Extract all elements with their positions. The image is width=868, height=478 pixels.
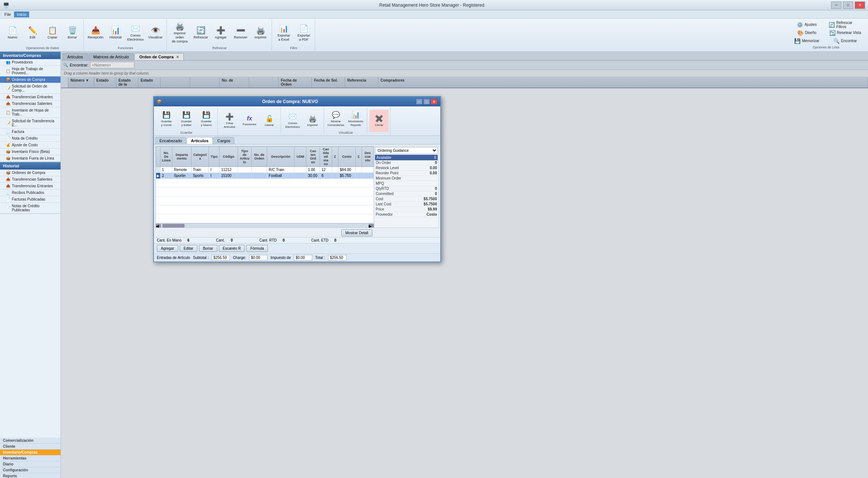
modal-tab-cargos[interactable]: Cargos [213,137,234,144]
th-no-orden-col[interactable]: No. deOrden [251,147,267,167]
nuevo-button[interactable]: 📄 Nuevo [3,20,22,45]
agregar-button[interactable]: ➕ Agregar [211,20,230,45]
sidebar-item-sol-trans[interactable]: 📝 Solicitud de Transferencia E... [0,118,61,129]
sidebar-item-ordenes-compra[interactable]: 📦 Ordenes de Compra [0,76,61,83]
sidebar-item-hist-notas[interactable]: 📄 Notas de Crédito Publicadas [0,203,61,214]
correo-modal-button[interactable]: ✉️ CorreoElectrónico [283,110,302,132]
modal-minimize-btn[interactable]: ─ [416,99,423,105]
imprimir-orden-button[interactable]: 🖨️ Imprimir ordende compra [169,20,190,45]
crear-articulos-button[interactable]: ➕ CrearArtículos [220,110,239,132]
sidebar-item-nota-credito[interactable]: 📄 Nota de Crédito [0,135,61,142]
edit-button[interactable]: ✏️ Edit [23,20,42,45]
modal-table-scroll[interactable]: No.DeLinea Departamento Categoría Tipo C… [156,146,374,228]
th-can-ord[interactable]: CantenOrden [306,147,320,167]
exportar-pdf-button[interactable]: 📄 Exportara PDF [294,20,313,45]
resetear-vista-button[interactable]: ↩️ Resetear Vista [827,29,864,37]
borrar-button[interactable]: 🗑️ Borrar [63,20,82,45]
table-row[interactable]: ▶ 2 Sportin Sports I 15100 Football [156,173,374,179]
recepcion-button[interactable]: 📥 Recepción [86,20,105,45]
imprimir-button[interactable]: 🖨️ Imprimir [251,20,270,45]
maximize-button[interactable]: □ [843,1,853,9]
th-departamento[interactable]: Departamento [172,147,191,167]
memorizar-button[interactable]: 💾 Memorizar [788,37,825,45]
scrollbar-thumb[interactable] [162,224,185,228]
cat-diario[interactable]: Diario [0,461,61,467]
guardar-editar-button[interactable]: 💾 Guardary Editar [177,108,196,130]
sidebar-item-factura[interactable]: 🧾 Factura [0,129,61,135]
window-controls[interactable]: ─ □ ✕ [831,1,865,9]
diseno-button[interactable]: 🎨 Diseño [788,29,825,37]
sidebar-item-inv-fuera[interactable]: 📦 Inventario Fuera de Línea [0,155,61,162]
th-descripcion[interactable]: Descripción [267,147,294,167]
scroll-right-btn[interactable]: ▶ [369,224,374,228]
th-udm[interactable]: UDM [294,147,306,167]
guardar-nuevo-button[interactable]: 💾 Guardary Nuevo [197,108,216,130]
sidebar-section-header-inventario[interactable]: Inventario/Compras [0,52,61,59]
th-costo[interactable]: Costo [338,147,355,167]
th-codigo[interactable]: Código [220,147,238,167]
copiar-button[interactable]: 📋 Copiar [43,20,62,45]
refrescar-filtros-button[interactable]: 🔄 Refrescar Filtros [827,21,864,28]
sidebar-item-inv-hojas[interactable]: 📋 Inventario de Hojas de Trab... [0,107,61,118]
remover-button[interactable]: ➖ Remover [231,20,250,45]
sidebar-item-hist-ordenes[interactable]: 📦 Ordenes de Compra [0,170,61,176]
th-tipo[interactable]: Tipo [209,147,220,167]
cat-configuracion[interactable]: Configuración [0,467,61,473]
horizontal-scrollbar[interactable]: ◀ ▶ [156,223,374,228]
minimize-button[interactable]: ─ [831,1,841,9]
sidebar-item-trans-entrantes[interactable]: 📥 Transferencias Entrantes [0,94,61,100]
table-row[interactable]: 1 Remote Train I 11212 R/C Train 1. [156,167,374,173]
funciones-modal-button[interactable]: fx Funciones [240,110,259,132]
modal-tab-articulos[interactable]: Artículos [187,137,213,144]
th-can-mano[interactable]: Cantidaedmano [320,147,332,167]
ajustes-button[interactable]: ⚙️ Ajustes [788,21,825,28]
sidebar-historial-header[interactable]: Historial [0,162,61,170]
th-descuento[interactable]: Descuento [362,147,373,167]
close-button[interactable]: ✕ [855,1,865,9]
th-tipo-art[interactable]: TipodeArtículo [238,147,251,167]
th-sigma2[interactable]: Σ [355,147,362,167]
modal-close-btn[interactable]: ✕ [431,99,437,105]
mostrar-detall-button[interactable]: Mostrar Detall [341,229,372,236]
sidebar-item-hist-trans-sal[interactable]: 📤 Transferencias Salientes [0,176,61,183]
menu-file[interactable]: File [1,11,14,17]
sidebar-item-trans-salientes[interactable]: 📤 Transferencias Salientes [0,100,61,107]
movimiento-reporte-button[interactable]: 📊 MovimientoReporte [346,108,365,130]
agregar-item-button[interactable]: Agregar [157,245,178,252]
menu-inicio[interactable]: Inicio [14,11,30,17]
scroll-left-btn[interactable]: ◀ [156,224,161,228]
formula-button[interactable]: Fórmula [246,245,268,252]
sidebar-item-hist-recibos[interactable]: 🧾 Recibos Publicados [0,190,61,196]
ordering-dropdown[interactable]: Ordering Guidance [375,147,438,154]
visualizar-button[interactable]: 👁️ Visualizar [146,20,165,45]
cerrar-modal-button[interactable]: ✖️ Cerrar [369,110,389,132]
sidebar-item-inv-fisico[interactable]: 📦 Inventario Físico (Beta) [0,148,61,155]
historial-button[interactable]: 📊 Historial [106,20,125,45]
th-sigma1[interactable]: Σ [332,147,338,167]
th-categoria[interactable]: Categoría [191,147,209,167]
escaneo-button[interactable]: Escanéo R [219,245,245,252]
modal-controls[interactable]: ─ □ ✕ [416,99,437,105]
liberar-button[interactable]: 🔓 Liberar [260,110,279,132]
sidebar-item-hist-facturas[interactable]: 📄 Facturas Publicadas [0,196,61,203]
sidebar-item-hoja-trabajo[interactable]: 📋 Hoja de Trabajo de Proveed... [0,66,61,76]
correo-button[interactable]: ✉️ CorreoElectrónico [126,20,145,45]
refrescar-button[interactable]: 🔄 Refrescar [191,20,210,45]
cat-comercializacion[interactable]: Comercialización [0,438,61,444]
cat-herramientas[interactable]: Herramientas [0,455,61,461]
borrar-item-button[interactable]: Borrar [199,245,217,252]
sidebar-item-ajuste-costo[interactable]: 💰 Ajuste de Costo [0,142,61,148]
mostrar-comentarios-button[interactable]: 💬 MostrarComentarios [326,108,345,130]
encontrar-button[interactable]: 🔍 Encontrar [827,37,864,45]
editar-item-button[interactable]: Editar [180,245,197,252]
cat-reports[interactable]: Reports [0,473,61,478]
sidebar-item-proveedores[interactable]: 👥 Proveedores [0,59,61,66]
cat-inventario-compras[interactable]: Inventario/Compras [0,450,61,455]
cat-cliente[interactable]: Cliente [0,444,61,450]
modal-tab-encabezado[interactable]: Encabezado [155,137,186,144]
exportar-excel-button[interactable]: 📊 Exportara Excel [274,20,293,45]
modal-maximize-btn[interactable]: □ [423,99,430,105]
sidebar-item-solicitud[interactable]: 📝 Solicitud de Orden de Comp... [0,83,61,94]
imprimir-modal-button[interactable]: 🖨️ Imprimir [303,110,322,132]
guardar-cerrar-button[interactable]: 💾 Guardary Cerrar [157,108,176,130]
